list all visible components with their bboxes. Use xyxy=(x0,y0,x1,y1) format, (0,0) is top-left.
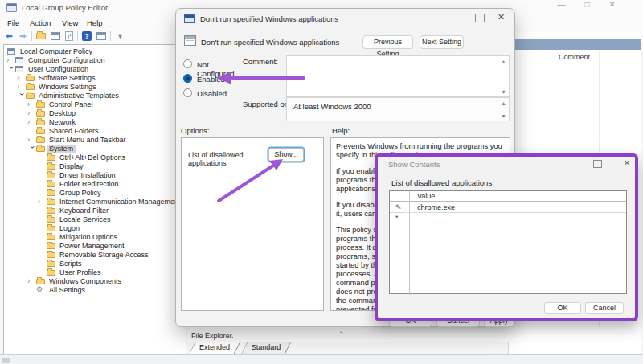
chevron-down-icon[interactable]: ˇ xyxy=(340,330,342,338)
extended-pane-strip: File Explorer. ˇ xyxy=(187,327,641,342)
export-list-icon[interactable] xyxy=(65,31,73,41)
comment-column-header[interactable]: Comment xyxy=(559,53,590,61)
folder-icon xyxy=(36,120,45,125)
maximize-icon[interactable] xyxy=(593,160,602,168)
selected-setting-row[interactable] xyxy=(509,39,641,50)
collapse-icon[interactable]: › xyxy=(27,146,36,153)
disallowed-apps-label: List of disallowed applications xyxy=(188,152,268,168)
folder-icon xyxy=(47,155,55,161)
close-icon[interactable]: ✕ xyxy=(498,12,505,22)
value-column-header[interactable]: Value xyxy=(417,192,435,200)
collapse-icon[interactable]: › xyxy=(17,93,26,100)
show-button[interactable]: Show... xyxy=(268,148,304,162)
tree-item-scripts[interactable]: Scripts xyxy=(4,260,186,268)
maximize-icon[interactable] xyxy=(475,14,485,22)
tree-item-user-configuration[interactable]: ›User Configuration xyxy=(4,65,186,74)
setting-name: Don't run specified Windows applications xyxy=(201,38,339,47)
folder-icon xyxy=(47,243,55,249)
expand-icon[interactable]: › xyxy=(6,56,14,65)
tree-item-start-menu-and-taskbar[interactable]: ›Start Menu and Taskbar xyxy=(4,136,186,145)
tree-item-power-management[interactable]: Power Management xyxy=(4,242,186,251)
tree-item-control-panel[interactable]: ›Control Panel xyxy=(4,100,186,109)
tree-item-locale-services[interactable]: Locale Services xyxy=(4,215,186,224)
help-icon[interactable]: ? xyxy=(82,31,92,41)
expand-icon[interactable]: › xyxy=(27,118,35,127)
show-window-icon[interactable] xyxy=(51,32,60,40)
close-icon[interactable]: ✕ xyxy=(624,158,630,167)
radio-icon xyxy=(183,59,192,68)
tree-item-group-policy[interactable]: Group Policy xyxy=(4,189,186,198)
tree-item-label: Computer Configuration xyxy=(26,56,108,65)
supported-on-value: At least Windows 2000 xyxy=(293,102,371,111)
tree-item-driver-installation[interactable]: Driver Installation xyxy=(4,171,186,180)
tree-item-label: Shared Folders xyxy=(47,127,101,136)
tree-item-user-profiles[interactable]: User Profiles xyxy=(4,268,186,277)
expand-icon[interactable]: › xyxy=(27,277,35,286)
expand-icon[interactable]: › xyxy=(17,83,24,92)
tab-extended[interactable]: Extended xyxy=(189,342,240,354)
collapse-icon[interactable]: › xyxy=(6,67,15,74)
folder-icon xyxy=(47,190,55,196)
console-window-icon[interactable] xyxy=(96,32,106,40)
tree-item-internet-communication-management[interactable]: ›Internet Communication Management xyxy=(4,198,186,207)
comment-input[interactable]: ▲ ▼ xyxy=(286,55,510,97)
scroll-up-icon[interactable]: ▲ xyxy=(501,100,506,106)
value-cell[interactable]: chrome.exe xyxy=(417,203,455,211)
tree-item-label: Internet Communication Management xyxy=(57,198,183,207)
tree-item-removable-storage-access[interactable]: Removable Storage Access xyxy=(4,251,186,260)
tree-item-folder-redirection[interactable]: Folder Redirection xyxy=(4,180,186,189)
next-setting-button[interactable]: Next Setting xyxy=(420,35,464,49)
expand-icon[interactable]: › xyxy=(27,136,35,145)
file-explorer-text: File Explorer. xyxy=(191,332,234,340)
tree-item-local-computer-policy[interactable]: Local Computer Policy xyxy=(4,47,186,56)
window-controls[interactable]: —□✕ xyxy=(558,0,635,9)
scroll-up-icon[interactable]: ▲ xyxy=(501,59,506,64)
tree-item-label: Software Settings xyxy=(36,74,98,83)
tree-item-label: Administrative Templates xyxy=(36,92,121,100)
cancel-button[interactable]: Cancel xyxy=(585,302,624,314)
radio-icon xyxy=(183,88,192,97)
tree-item-system[interactable]: ›System xyxy=(4,145,186,153)
tree-item-display[interactable]: Display xyxy=(4,162,186,171)
tree-item-desktop[interactable]: ›Desktop xyxy=(4,109,186,118)
tree-item-software-settings[interactable]: ›Software Settings xyxy=(4,74,186,83)
tree-item-network[interactable]: ›Network xyxy=(4,118,186,127)
tree-item-ctrl-alt-del-options[interactable]: Ctrl+Alt+Del Options xyxy=(4,153,186,162)
menu-view[interactable]: View xyxy=(59,18,81,28)
folder-icon xyxy=(47,252,55,258)
table-row[interactable]: ✎chrome.exe xyxy=(390,202,626,213)
scroll-down-icon[interactable]: ▼ xyxy=(501,113,506,119)
menu-action[interactable]: Action xyxy=(27,18,54,28)
tree-item-windows-components[interactable]: ›Windows Components xyxy=(4,277,186,286)
tree-item-administrative-templates[interactable]: ›Administrative Templates xyxy=(4,92,186,100)
folder-icon xyxy=(36,279,45,284)
folder-icon xyxy=(47,199,55,205)
scroll-down-icon[interactable]: ▼ xyxy=(501,89,506,95)
tree-item-all-settings[interactable]: ⚙All Settings xyxy=(4,286,186,295)
disallowed-apps-label: List of disallowed applications xyxy=(391,178,492,187)
tree-item-mitigation-options[interactable]: Mitigation Options xyxy=(4,233,186,242)
forward-icon[interactable]: ➡ xyxy=(17,31,29,42)
table-row[interactable]: * xyxy=(390,213,626,223)
filter-icon[interactable]: ▼ xyxy=(114,31,126,42)
tab-standard[interactable]: Standard xyxy=(241,342,291,354)
edit-row-icon: ✎ xyxy=(395,203,402,211)
tree-item-computer-configuration[interactable]: ›Computer Configuration xyxy=(4,56,186,65)
tree-item-windows-settings[interactable]: ›Windows Settings xyxy=(4,83,186,92)
expand-icon[interactable]: › xyxy=(38,198,45,207)
menu-help[interactable]: Help xyxy=(84,18,106,28)
tree-item-keyboard-filter[interactable]: Keyboard Filter xyxy=(4,207,186,215)
folder-icon xyxy=(47,226,55,231)
tree-item-label: Group Policy xyxy=(57,189,104,198)
menu-file[interactable]: File xyxy=(4,18,23,28)
up-folder-icon[interactable] xyxy=(36,33,46,39)
tree-item-shared-folders[interactable]: Shared Folders xyxy=(4,127,186,136)
status-chip xyxy=(2,358,10,363)
tree-item-label: Mitigation Options xyxy=(57,233,120,242)
tree-item-label: Keyboard Filter xyxy=(57,207,111,215)
ok-button[interactable]: OK xyxy=(544,302,581,314)
previous-setting-button[interactable]: Previous Setting xyxy=(362,35,413,49)
toolbar-separator xyxy=(110,31,111,41)
tree-item-logon[interactable]: Logon xyxy=(4,224,186,233)
back-icon[interactable]: ⬅ xyxy=(3,31,15,42)
